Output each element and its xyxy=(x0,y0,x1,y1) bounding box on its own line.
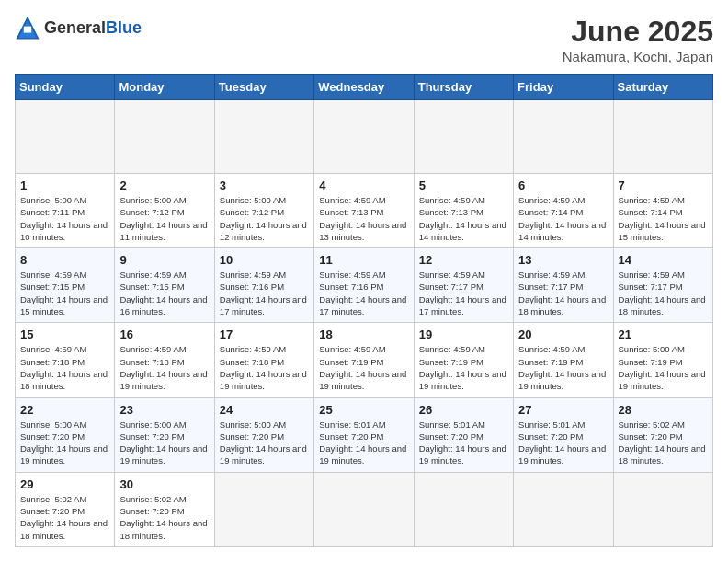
table-cell xyxy=(414,472,513,546)
col-wednesday: Wednesday xyxy=(314,75,414,100)
col-thursday: Thursday xyxy=(414,75,513,100)
table-cell: 20Sunrise: 4:59 AMSunset: 7:19 PMDayligh… xyxy=(514,323,613,397)
day-number: 26 xyxy=(419,403,508,417)
day-info: Sunrise: 4:59 AMSunset: 7:18 PMDaylight:… xyxy=(119,343,209,392)
day-info: Sunrise: 4:59 AMSunset: 7:16 PMDaylight:… xyxy=(220,269,309,317)
day-number: 28 xyxy=(619,403,708,417)
table-cell: 30Sunrise: 5:02 AMSunset: 7:20 PMDayligh… xyxy=(115,472,214,546)
table-cell: 28Sunrise: 5:02 AMSunset: 7:20 PMDayligh… xyxy=(613,397,712,472)
table-cell: 21Sunrise: 5:00 AMSunset: 7:19 PMDayligh… xyxy=(613,323,712,397)
table-cell xyxy=(414,100,513,174)
table-cell xyxy=(214,472,313,546)
table-cell xyxy=(613,472,712,546)
day-number: 24 xyxy=(220,403,309,417)
day-number: 10 xyxy=(220,253,309,267)
svg-rect-2 xyxy=(24,27,31,33)
table-cell: 24Sunrise: 5:00 AMSunset: 7:20 PMDayligh… xyxy=(214,397,313,472)
day-info: Sunrise: 5:00 AMSunset: 7:12 PMDaylight:… xyxy=(119,194,209,243)
table-cell: 5Sunrise: 4:59 AMSunset: 7:13 PMDaylight… xyxy=(414,174,513,248)
table-cell: 9Sunrise: 4:59 AMSunset: 7:15 PMDaylight… xyxy=(115,248,214,323)
day-number: 17 xyxy=(220,327,309,341)
table-cell: 8Sunrise: 4:59 AMSunset: 7:15 PMDaylight… xyxy=(16,248,115,323)
day-info: Sunrise: 4:59 AMSunset: 7:17 PMDaylight:… xyxy=(518,269,608,317)
day-info: Sunrise: 4:59 AMSunset: 7:14 PMDaylight:… xyxy=(518,194,608,243)
day-number: 20 xyxy=(518,327,608,341)
table-cell: 15Sunrise: 4:59 AMSunset: 7:18 PMDayligh… xyxy=(16,323,115,397)
calendar-week-row: 1Sunrise: 5:00 AMSunset: 7:11 PMDaylight… xyxy=(16,174,713,248)
calendar-week-row: 29Sunrise: 5:02 AMSunset: 7:20 PMDayligh… xyxy=(16,472,713,546)
table-cell: 3Sunrise: 5:00 AMSunset: 7:12 PMDaylight… xyxy=(214,174,313,248)
day-number: 8 xyxy=(20,253,109,267)
table-cell: 26Sunrise: 5:01 AMSunset: 7:20 PMDayligh… xyxy=(414,397,513,472)
day-info: Sunrise: 4:59 AMSunset: 7:19 PMDaylight:… xyxy=(419,343,508,392)
day-info: Sunrise: 5:00 AMSunset: 7:20 PMDaylight:… xyxy=(20,419,109,467)
table-cell xyxy=(514,472,613,546)
table-cell: 12Sunrise: 4:59 AMSunset: 7:17 PMDayligh… xyxy=(414,248,513,323)
table-cell xyxy=(514,100,613,174)
calendar-week-row: 22Sunrise: 5:00 AMSunset: 7:20 PMDayligh… xyxy=(16,397,713,472)
table-cell: 19Sunrise: 4:59 AMSunset: 7:19 PMDayligh… xyxy=(414,323,513,397)
day-info: Sunrise: 4:59 AMSunset: 7:16 PMDaylight:… xyxy=(319,269,408,317)
day-info: Sunrise: 4:59 AMSunset: 7:14 PMDaylight:… xyxy=(619,194,708,243)
table-cell xyxy=(314,100,414,174)
day-number: 6 xyxy=(518,178,608,192)
location-title: Nakamura, Kochi, Japan xyxy=(563,49,713,64)
day-info: Sunrise: 5:00 AMSunset: 7:11 PMDaylight:… xyxy=(20,194,109,243)
day-number: 1 xyxy=(20,178,109,192)
table-cell: 25Sunrise: 5:01 AMSunset: 7:20 PMDayligh… xyxy=(314,397,414,472)
day-number: 29 xyxy=(20,477,109,491)
table-cell: 22Sunrise: 5:00 AMSunset: 7:20 PMDayligh… xyxy=(16,397,115,472)
table-cell: 1Sunrise: 5:00 AMSunset: 7:11 PMDaylight… xyxy=(16,174,115,248)
day-info: Sunrise: 5:02 AMSunset: 7:20 PMDaylight:… xyxy=(20,493,109,542)
title-block: June 2025 Nakamura, Kochi, Japan xyxy=(563,15,713,64)
day-info: Sunrise: 5:02 AMSunset: 7:20 PMDaylight:… xyxy=(119,493,209,542)
calendar-header-row: Sunday Monday Tuesday Wednesday Thursday… xyxy=(16,75,713,100)
day-number: 19 xyxy=(419,327,508,341)
day-info: Sunrise: 5:00 AMSunset: 7:20 PMDaylight:… xyxy=(220,419,309,467)
day-number: 21 xyxy=(619,327,708,341)
calendar-week-row: 15Sunrise: 4:59 AMSunset: 7:18 PMDayligh… xyxy=(16,323,713,397)
day-number: 23 xyxy=(119,403,209,417)
col-friday: Friday xyxy=(514,75,613,100)
table-cell xyxy=(314,472,414,546)
page-header: GeneralBlue June 2025 Nakamura, Kochi, J… xyxy=(15,15,713,64)
logo-text-blue: Blue xyxy=(106,18,142,37)
table-cell: 23Sunrise: 5:00 AMSunset: 7:20 PMDayligh… xyxy=(115,397,214,472)
day-number: 15 xyxy=(20,327,109,341)
day-number: 12 xyxy=(419,253,508,267)
day-info: Sunrise: 4:59 AMSunset: 7:15 PMDaylight:… xyxy=(119,269,209,317)
logo-text-general: General xyxy=(44,18,106,37)
table-cell: 4Sunrise: 4:59 AMSunset: 7:13 PMDaylight… xyxy=(314,174,414,248)
table-cell: 29Sunrise: 5:02 AMSunset: 7:20 PMDayligh… xyxy=(16,472,115,546)
calendar-week-row: 8Sunrise: 4:59 AMSunset: 7:15 PMDaylight… xyxy=(16,248,713,323)
table-cell: 13Sunrise: 4:59 AMSunset: 7:17 PMDayligh… xyxy=(514,248,613,323)
col-saturday: Saturday xyxy=(613,75,712,100)
table-cell xyxy=(214,100,313,174)
day-info: Sunrise: 4:59 AMSunset: 7:19 PMDaylight:… xyxy=(518,343,608,392)
day-info: Sunrise: 5:00 AMSunset: 7:19 PMDaylight:… xyxy=(619,343,708,392)
general-blue-logo-icon xyxy=(15,15,40,40)
day-info: Sunrise: 5:01 AMSunset: 7:20 PMDaylight:… xyxy=(518,419,608,467)
day-number: 27 xyxy=(518,403,608,417)
day-number: 5 xyxy=(419,178,508,192)
day-number: 16 xyxy=(119,327,209,341)
table-cell xyxy=(613,100,712,174)
month-title: June 2025 xyxy=(563,15,713,49)
logo: GeneralBlue xyxy=(15,15,142,40)
day-info: Sunrise: 4:59 AMSunset: 7:19 PMDaylight:… xyxy=(319,343,408,392)
col-monday: Monday xyxy=(115,75,214,100)
table-cell: 16Sunrise: 4:59 AMSunset: 7:18 PMDayligh… xyxy=(115,323,214,397)
day-number: 25 xyxy=(319,403,408,417)
day-number: 18 xyxy=(319,327,408,341)
day-info: Sunrise: 4:59 AMSunset: 7:17 PMDaylight:… xyxy=(619,269,708,317)
calendar-table: Sunday Monday Tuesday Wednesday Thursday… xyxy=(15,74,713,547)
day-info: Sunrise: 4:59 AMSunset: 7:17 PMDaylight:… xyxy=(419,269,508,317)
day-number: 3 xyxy=(220,178,309,192)
table-cell: 6Sunrise: 4:59 AMSunset: 7:14 PMDaylight… xyxy=(514,174,613,248)
day-info: Sunrise: 5:01 AMSunset: 7:20 PMDaylight:… xyxy=(419,419,508,467)
table-cell: 11Sunrise: 4:59 AMSunset: 7:16 PMDayligh… xyxy=(314,248,414,323)
table-cell xyxy=(16,100,115,174)
col-sunday: Sunday xyxy=(16,75,115,100)
day-info: Sunrise: 5:01 AMSunset: 7:20 PMDaylight:… xyxy=(319,419,408,467)
table-cell: 7Sunrise: 4:59 AMSunset: 7:14 PMDaylight… xyxy=(613,174,712,248)
